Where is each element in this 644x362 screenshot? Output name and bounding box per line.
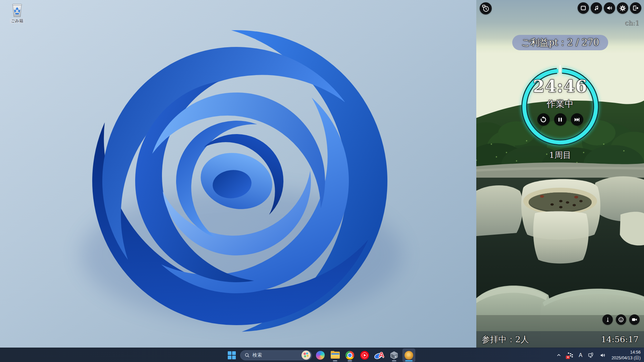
timer-clock-button[interactable]	[480, 2, 492, 14]
shrine-scene	[476, 0, 644, 348]
file-explorer-icon	[331, 352, 340, 359]
taskbar-app-shrine[interactable]	[402, 349, 415, 362]
visitors-label: 参拝中：2人	[482, 334, 529, 345]
pause-button[interactable]	[554, 113, 567, 126]
volume-button[interactable]	[604, 2, 615, 14]
search-icon	[245, 353, 250, 358]
shrine-app-icon	[405, 351, 413, 360]
logout-button[interactable]	[630, 2, 641, 14]
volume-icon	[606, 5, 613, 11]
app-a-icon: A	[375, 351, 384, 360]
lap-label: 1周目	[549, 149, 571, 161]
pomodoro-timer: 24:46 作業中	[516, 62, 604, 151]
volume-tray-icon	[600, 352, 606, 358]
panel-header-buttons	[578, 2, 641, 14]
timer-status: 作業中	[516, 98, 604, 110]
restart-icon	[540, 116, 547, 123]
running-indicator	[392, 360, 396, 361]
running-indicator	[348, 360, 352, 361]
tray-app-badge-button[interactable]: 6	[566, 349, 574, 362]
music-button[interactable]	[591, 2, 602, 14]
broom-button[interactable]	[602, 314, 613, 325]
recycle-bin-icon[interactable]: ごみ箱	[5, 3, 29, 23]
tray-clock: 14:56 2025/04/13 (日)	[611, 350, 641, 361]
copilot-icon	[316, 351, 325, 360]
smiley-button[interactable]	[616, 314, 626, 325]
panel-action-buttons	[602, 314, 640, 325]
windows-logo-icon	[228, 351, 236, 359]
window-icon	[580, 5, 587, 11]
ime-mode-button[interactable]: A	[578, 349, 583, 362]
youtube-music-icon	[360, 351, 369, 360]
panel-footer-bar: 参拝中：2人 14:56:17	[476, 331, 644, 348]
music-note-icon	[593, 5, 600, 11]
shrine-app-panel: ch:1 ご利益pt：2 / 270 24:46 作業中	[476, 0, 644, 348]
taskbar-app-a[interactable]: A	[373, 349, 386, 362]
taskbar-center: 検索 A	[225, 348, 415, 362]
notification-badge: 6	[566, 356, 570, 359]
clock-button[interactable]: 14:56 2025/04/13 (日)	[611, 349, 641, 362]
points-badge: ご利益pt：2 / 270	[512, 35, 608, 50]
taskbar-search[interactable]: 検索	[240, 350, 312, 360]
logout-icon	[632, 5, 639, 11]
timer-clock-icon	[482, 4, 490, 12]
system-tray: 6 A	[556, 348, 641, 362]
taskbar: 検索 A	[0, 348, 644, 362]
settings-button[interactable]	[617, 2, 628, 14]
smiley-icon	[618, 316, 624, 323]
taskbar-app-file-explorer[interactable]	[329, 349, 341, 362]
camera-button[interactable]	[629, 314, 640, 325]
network-button[interactable]	[587, 349, 595, 362]
chrome-icon	[345, 351, 354, 360]
ime-mode-label: A	[579, 352, 582, 358]
tray-date: 2025/04/13 (日)	[611, 355, 641, 361]
skip-icon	[574, 116, 580, 123]
wallpaper-bloom	[0, 0, 476, 348]
taskbar-app-chrome[interactable]	[343, 349, 356, 362]
search-placeholder: 検索	[253, 352, 299, 358]
running-indicator	[333, 360, 337, 361]
channel-label: ch:1	[625, 19, 639, 27]
video-camera-icon	[631, 316, 638, 323]
active-indicator	[405, 360, 413, 361]
network-display-icon	[588, 352, 594, 358]
taskbar-app-youtube-music[interactable]	[358, 349, 371, 362]
settings-gear-icon	[619, 5, 626, 12]
taskbar-app-cube[interactable]: 6	[388, 349, 400, 362]
chevron-up-icon	[556, 353, 561, 358]
skip-button[interactable]	[571, 113, 583, 126]
broom-icon	[605, 317, 611, 323]
recycle-bin-glyph	[10, 3, 24, 17]
svg-text:6: 6	[395, 355, 397, 358]
cube-app-icon: 6	[390, 351, 398, 360]
restart-button[interactable]	[537, 113, 550, 126]
desktop-screen: ごみ箱	[0, 0, 644, 362]
volume-tray-button[interactable]	[599, 349, 606, 362]
tray-time: 14:56	[611, 350, 641, 355]
window-button[interactable]	[578, 2, 589, 14]
panel-clock: 14:56:17	[601, 335, 639, 344]
start-button[interactable]	[225, 349, 238, 362]
pause-icon	[557, 116, 564, 123]
taskbar-app-copilot[interactable]	[314, 349, 327, 362]
app-badge-icon: 6	[567, 352, 573, 358]
tray-chevron-button[interactable]	[556, 349, 562, 362]
timer-controls	[516, 113, 604, 126]
search-daily-image[interactable]	[302, 351, 311, 360]
recycle-bin-label: ごみ箱	[10, 18, 25, 23]
timer-time: 24:46	[516, 76, 604, 96]
